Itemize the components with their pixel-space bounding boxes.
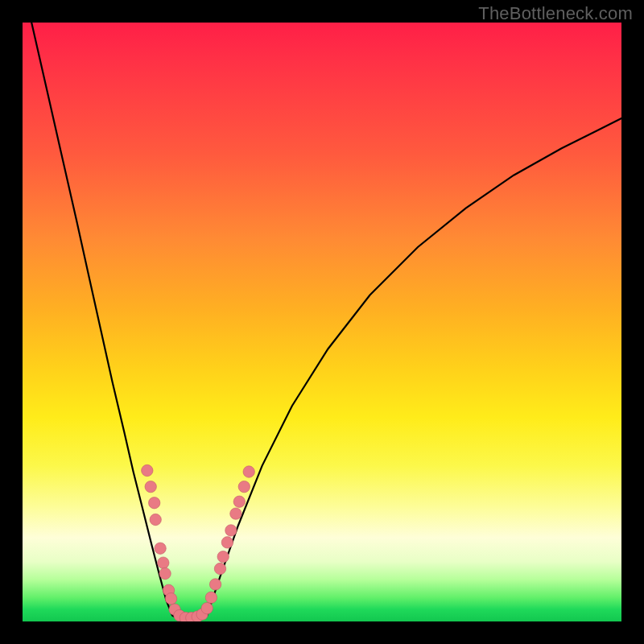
marker-bead	[209, 579, 221, 590]
plot-area	[23, 23, 621, 621]
marker-bead	[165, 593, 176, 605]
bottleneck-curve	[31, 23, 621, 621]
marker-bead	[217, 551, 229, 562]
marker-bead	[238, 481, 250, 492]
curve-svg	[23, 23, 621, 621]
marker-bead	[221, 537, 233, 548]
watermark-text: TheBottleneck.com	[478, 3, 633, 24]
marker-bead	[225, 525, 237, 536]
marker-bead	[142, 464, 153, 476]
marker-bead	[149, 497, 160, 509]
outer-frame: TheBottleneck.com	[0, 0, 644, 644]
marker-bead	[159, 568, 171, 579]
marker-bead	[155, 543, 166, 554]
marker-bead	[214, 563, 225, 574]
marker-bead	[145, 481, 156, 492]
marker-bead	[205, 592, 217, 603]
marker-bead	[150, 514, 161, 525]
marker-bead	[158, 557, 169, 568]
marker-bead	[243, 466, 254, 477]
marker-bead	[230, 508, 242, 519]
marker-bead	[201, 602, 213, 613]
marker-bead	[233, 496, 245, 507]
